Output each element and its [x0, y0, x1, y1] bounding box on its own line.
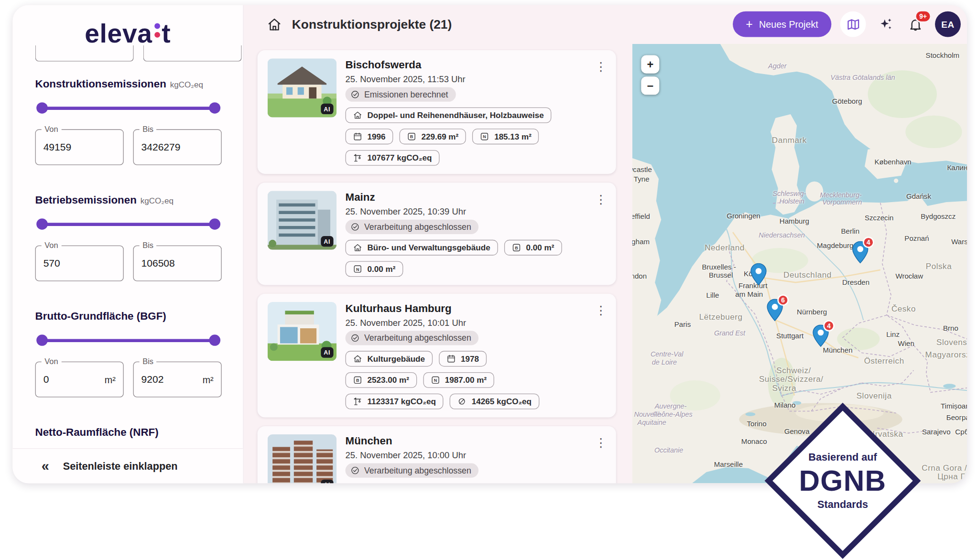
map-label: Hamburg: [780, 217, 809, 225]
info-chip: 1996: [346, 129, 393, 144]
map-label: Genova: [784, 428, 810, 435]
new-project-label: Neues Projekt: [759, 19, 818, 29]
map-panel: StockholmAgderVästra Götalands länGötebo…: [632, 44, 967, 484]
chip-row: 1123317 kgCO₂eq14265 kgCO₂eq: [346, 394, 606, 409]
project-card[interactable]: AIBischofswerda25. November 2025, 11:53 …: [258, 50, 616, 174]
map-label: Västra Götalands län: [831, 74, 895, 81]
info-chip: N1987.00 m²: [423, 372, 494, 388]
map-label: Rhône-Alpes: [652, 410, 693, 418]
filter-unit: kgCO₂eq: [170, 80, 203, 89]
map-label: Göteborg: [832, 97, 862, 105]
filter-sidebar: elevat KonstruktionsemissionenkgCO₂eq Vo…: [12, 5, 243, 484]
slider-handle-min[interactable]: [36, 334, 48, 346]
calendar-icon: [446, 354, 456, 364]
map-label: Crna Gora /: [922, 463, 967, 473]
map-label: Црна Гора: [937, 472, 967, 481]
map-icon: [846, 17, 860, 31]
slider-handle-min[interactable]: [36, 218, 48, 230]
bis-input[interactable]: [134, 130, 221, 164]
map-label: Timișoara: [941, 402, 967, 410]
map-marker[interactable]: 4: [813, 324, 829, 347]
home-icon[interactable]: [267, 17, 282, 32]
map-marker[interactable]: 6: [767, 299, 783, 321]
card-menu-button[interactable]: ⋮: [593, 59, 608, 75]
map-label: Brno: [943, 324, 958, 332]
chip-row: B2523.00 m²N1987.00 m²: [346, 372, 606, 388]
chip-label: 1978: [461, 354, 479, 364]
collapse-sidebar-label: Seitenleiste einklappen: [63, 460, 178, 472]
new-project-button[interactable]: + Neues Projekt: [733, 11, 832, 37]
map-label: Gdańsk: [906, 193, 931, 200]
project-card[interactable]: AIKulturhaus Hamburg25. November 2025, 1…: [258, 294, 616, 418]
double-chevron-left-icon: «: [42, 458, 49, 474]
status-label: Verarbeitung abgeschlossen: [364, 222, 471, 232]
bis-input[interactable]: [134, 246, 221, 280]
map-label: Aquitaine: [637, 419, 666, 426]
project-details: Bischofswerda25. November 2025, 11:53 Uh…: [346, 58, 606, 166]
check-circle-icon: [350, 334, 360, 343]
map-label: Stuttgart: [776, 332, 803, 340]
unit-suffix: m²: [105, 374, 116, 385]
project-card[interactable]: AIMünchen25. November 2025, 10:00 UhrVer…: [258, 426, 616, 484]
project-card[interactable]: AIMainz25. November 2025, 10:39 UhrVerar…: [258, 183, 616, 285]
chip-row: N0.00 m²: [346, 261, 606, 277]
content: AIBischofswerda25. November 2025, 11:53 …: [244, 44, 967, 484]
avatar[interactable]: EA: [935, 11, 961, 37]
project-title: München: [346, 435, 606, 447]
project-image: AI: [268, 434, 337, 483]
truncated-input-right[interactable]: [143, 45, 242, 62]
von-label: Von: [42, 125, 61, 133]
project-image: AI: [268, 58, 337, 117]
map-label: n Tyne: [632, 175, 650, 183]
map-label: Grand Est: [714, 329, 745, 336]
average-icon: [457, 397, 467, 406]
slider-handle-max[interactable]: [209, 218, 220, 230]
info-chip: Doppel- und Reihenendhäuser, Holzbauweis…: [346, 108, 552, 123]
ai-assistant-button[interactable]: [875, 11, 896, 37]
card-menu-button[interactable]: ⋮: [593, 192, 608, 208]
map-label: Срби: [955, 428, 967, 436]
von-label: Von: [42, 357, 61, 366]
project-title: Kulturhaus Hamburg: [346, 302, 606, 315]
von-input[interactable]: [36, 246, 123, 280]
svg-text:N: N: [434, 378, 437, 383]
map-marker[interactable]: 4: [852, 241, 868, 263]
map-label: ngham: [632, 238, 650, 246]
card-menu-button[interactable]: ⋮: [593, 435, 608, 451]
chip-label: 229.69 m²: [421, 132, 458, 141]
map-label: Österreich: [864, 356, 904, 366]
von-input[interactable]: [36, 130, 123, 164]
zoom-out-button[interactable]: −: [641, 76, 659, 95]
plus-icon: +: [746, 18, 753, 30]
ai-badge: AI: [321, 104, 334, 114]
zoom-in-button[interactable]: +: [641, 55, 659, 74]
app-window: elevat KonstruktionsemissionenkgCO₂eq Vo…: [12, 5, 967, 484]
card-menu-button[interactable]: ⋮: [593, 302, 608, 319]
slider-handle-max[interactable]: [209, 102, 220, 114]
check-circle-icon: [350, 222, 360, 232]
crane-icon: [353, 153, 362, 163]
main-area: Konstruktionsprojekte (21) + Neues Proje…: [244, 5, 967, 484]
map-label: Groningen: [727, 212, 760, 220]
map-label: Калинин: [947, 164, 967, 172]
info-chip: 107677 kgCO₂eq: [346, 150, 440, 166]
chip-row: Kulturgebäude1978: [346, 351, 606, 366]
bgf-icon: B: [511, 243, 521, 252]
map-label: Wien: [898, 340, 914, 347]
map-view-button[interactable]: [840, 11, 866, 37]
truncated-input-left[interactable]: [35, 45, 134, 62]
map-label: Occitanie: [654, 446, 683, 454]
project-image: AI: [268, 302, 337, 361]
filter-title: Brutto-Grundfläche (BGF): [35, 310, 222, 323]
notifications-button[interactable]: 9+: [905, 11, 926, 37]
map-label: Suisse/Svizzera/: [759, 375, 824, 384]
map-label: Deutschland: [783, 270, 832, 280]
map-label: Nürnberg: [797, 308, 827, 316]
map-label: Poznań: [904, 235, 929, 242]
map-marker[interactable]: [750, 263, 767, 285]
collapse-sidebar-button[interactable]: « Seitenleiste einklappen: [12, 448, 243, 484]
slider-handle-max[interactable]: [209, 334, 220, 346]
page: elevat KonstruktionsemissionenkgCO₂eq Vo…: [0, 0, 977, 560]
slider-handle-min[interactable]: [36, 102, 48, 114]
filter-list: KonstruktionsemissionenkgCO₂eq Von Bis: [12, 78, 243, 462]
